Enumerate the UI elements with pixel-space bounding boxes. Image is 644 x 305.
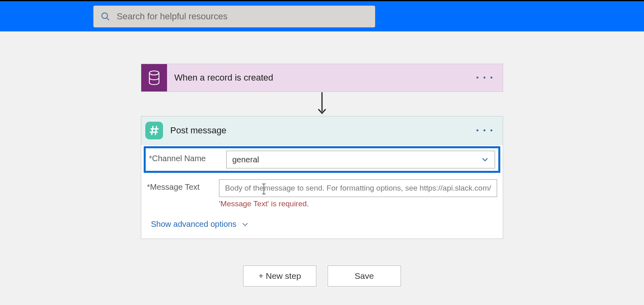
trigger-title: When a record is created	[174, 73, 273, 83]
chevron-down-icon	[481, 156, 489, 164]
bottom-actions: + New step Save	[243, 266, 401, 286]
top-bar	[0, 0, 644, 31]
message-text-label: *Message Text	[147, 179, 219, 192]
trigger-body: When a record is created • • •	[167, 64, 503, 91]
channel-name-label: *Channel Name	[149, 151, 226, 163]
message-text-validation: 'Message Text' is required.	[219, 197, 497, 212]
message-text-input[interactable]: Body of the message to send. For formatt…	[219, 179, 497, 197]
action-menu-button[interactable]: • • •	[476, 127, 494, 134]
action-header[interactable]: Post message • • •	[141, 116, 503, 145]
svg-point-0	[102, 13, 107, 19]
search-input[interactable]	[117, 11, 368, 22]
chevron-down-icon	[241, 220, 249, 228]
text-cursor-icon	[264, 184, 264, 194]
action-card: Post message • • • *Channel Name general	[141, 116, 503, 239]
trigger-card[interactable]: When a record is created • • •	[141, 64, 503, 92]
action-icon-box	[141, 116, 167, 144]
channel-name-select[interactable]: general	[226, 151, 495, 168]
search-icon	[101, 12, 110, 21]
channel-name-row: *Channel Name general	[144, 146, 500, 173]
channel-name-value: general	[232, 155, 259, 164]
svg-line-1	[107, 18, 109, 20]
action-title: Post message	[170, 125, 226, 136]
trigger-icon-box	[141, 64, 167, 91]
save-button[interactable]: Save	[328, 266, 401, 286]
advanced-options-row: Show advanced options	[141, 212, 503, 239]
flow-canvas: When a record is created • • •	[0, 31, 644, 286]
svg-point-2	[149, 71, 159, 75]
hash-icon	[145, 122, 163, 139]
svg-line-6	[152, 127, 153, 135]
svg-line-7	[155, 127, 157, 135]
trigger-menu-button[interactable]: • • •	[476, 74, 494, 81]
message-text-row: *Message Text Body of the message to sen…	[141, 176, 503, 212]
connector-arrow	[316, 92, 328, 116]
show-advanced-options-link[interactable]: Show advanced options	[151, 220, 249, 229]
database-icon	[148, 71, 161, 85]
search-box[interactable]	[93, 6, 375, 27]
new-step-button[interactable]: + New step	[243, 266, 316, 286]
